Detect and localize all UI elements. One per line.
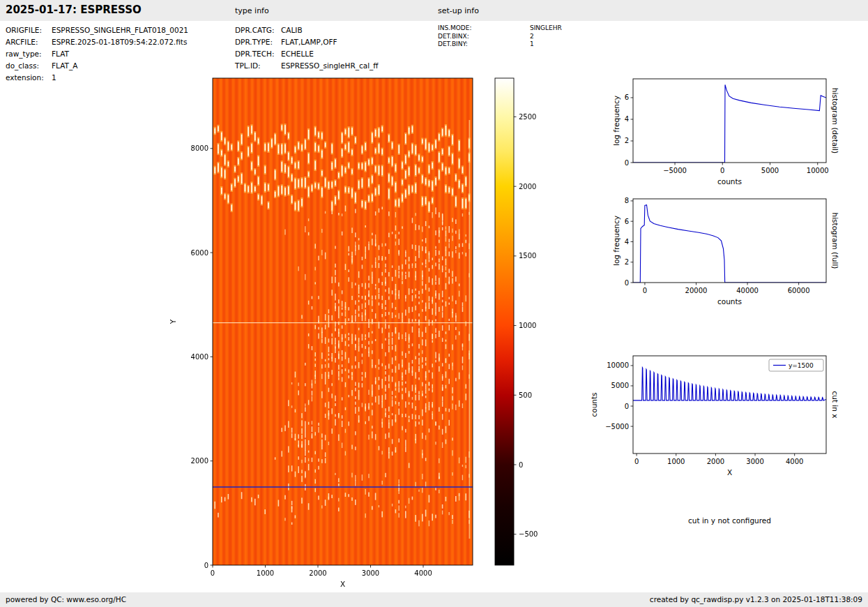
y-tick-label: 2000	[191, 457, 208, 465]
y-tick-label: 0	[625, 159, 629, 167]
type-info-row: DPR.CATG: CALIB	[235, 26, 379, 35]
info-label: ORIGFILE:	[6, 26, 52, 35]
colorbar-tick-label: 1000	[519, 322, 536, 329]
x-tick-label: 40000	[736, 287, 759, 294]
page-title: 2025-01-17: ESPRESSO	[6, 3, 142, 16]
x-axis-label: counts	[717, 297, 742, 306]
y-tick-label: 8	[625, 197, 629, 204]
cut-in-x-plot: 01000200030004000−50000500010000Xcountsc…	[579, 347, 854, 484]
info-label: DPR.CATG:	[235, 26, 281, 35]
colorbar-tick-label: 500	[519, 391, 532, 399]
raw-image-plot: 0100020003000400002000400060008000XY	[160, 70, 537, 601]
info-label: raw_type:	[6, 50, 52, 59]
x-tick-label: 4000	[786, 458, 803, 465]
x-tick-label: 20000	[685, 287, 708, 294]
y-tick-label: 0	[625, 403, 629, 410]
x-tick-label: 2000	[309, 569, 326, 577]
raw-image-axes: 0100020003000400002000400060008000XY	[160, 70, 537, 601]
y-tick-label: 0	[625, 279, 629, 287]
info-label: extension:	[6, 73, 52, 82]
y-tick-label: −5000	[605, 423, 629, 430]
y-axis-label: counts	[590, 392, 598, 417]
setup-info-heading: set-up info	[438, 6, 479, 15]
right-axis-label: histogram (full)	[831, 213, 839, 269]
type-info-row: TPL.ID: ESPRESSO_singleHR_cal_ff	[235, 61, 379, 70]
x-tick-label: 0	[643, 287, 647, 294]
y-tick-label: 4	[625, 238, 629, 246]
footer-bar: powered by QC: www.eso.org/HC created by…	[0, 592, 868, 607]
legend-label: y=1500	[789, 362, 814, 369]
file-info-row: do_class: FLAT_A	[6, 61, 188, 70]
footer-created-by: created by qc_rawdisp.py v1.2.3 on 2025-…	[650, 595, 862, 604]
info-value: 2	[530, 33, 534, 40]
y-tick-label: 6	[625, 93, 629, 101]
x-axis-label: X	[727, 468, 732, 477]
info-label: DPR.TYPE:	[235, 38, 281, 47]
info-label: INS.MODE:	[438, 24, 530, 32]
histogram-full-svg: 020000400006000002468countslog frequency…	[593, 190, 854, 315]
x-tick-label: 4000	[414, 569, 432, 577]
info-value: FLAT,LAMP,OFF	[281, 38, 337, 47]
type-info-row: DPR.TECH: ECHELLE	[235, 50, 379, 59]
info-value: FLAT_A	[52, 61, 77, 70]
footer-powered-by: powered by QC: www.eso.org/HC	[6, 595, 126, 604]
y-tick-label: 0	[204, 562, 208, 569]
colorbar-tick-label: 2000	[519, 183, 536, 190]
x-tick-label: 3000	[746, 458, 763, 465]
y-tick-label: 10000	[607, 361, 629, 369]
histogram-full-plot: 020000400006000002468countslog frequency…	[593, 190, 854, 315]
y-tick-label: 2	[625, 258, 629, 266]
y-tick-label: 6	[625, 218, 629, 225]
info-value: ESPRESSO_singleHR_cal_ff	[281, 61, 379, 70]
y-tick-label: 8000	[191, 144, 208, 152]
info-value: 1	[52, 73, 56, 82]
plot-frame	[213, 78, 473, 565]
info-value: FLAT	[52, 50, 69, 59]
colorbar-tick-label: −500	[519, 530, 538, 538]
x-axis-label: X	[340, 580, 345, 588]
histogram-detail-svg: −500005000100000246countslog frequencyhi…	[593, 70, 854, 195]
colorbar-tick-label: 1500	[519, 252, 536, 260]
setup-info-row: DET.BINY: 1	[438, 40, 562, 48]
x-tick-label: 10000	[807, 167, 829, 174]
x-tick-label: 0	[634, 458, 639, 465]
y-axis-label: log frequency	[612, 96, 620, 146]
setup-info-row: INS.MODE: SINGLEHR	[438, 24, 562, 32]
info-value: 1	[530, 40, 534, 48]
info-label: ARCFILE:	[6, 38, 52, 47]
colorbar: −50005001000150020002500	[488, 70, 572, 601]
setup-info-block: INS.MODE: SINGLEHR DET.BINX: 2 DET.BINY:…	[438, 24, 562, 49]
x-tick-label: 5000	[761, 167, 779, 174]
colorbar-tick-label: 2500	[519, 113, 536, 121]
info-value: SINGLEHR	[530, 24, 562, 32]
type-info-heading: type info	[235, 6, 269, 15]
y-axis-label: Y	[169, 319, 177, 324]
x-tick-label: 60000	[788, 287, 810, 294]
x-tick-label: 3000	[362, 569, 379, 577]
y-axis-label: log frequency	[612, 216, 620, 266]
right-axis-label: cut in x	[831, 391, 839, 418]
info-value: ECHELLE	[281, 50, 314, 59]
y-tick-label: 4	[625, 115, 629, 123]
cut-in-x-svg: 01000200030004000−50000500010000Xcountsc…	[579, 347, 854, 484]
info-label: TPL.ID:	[235, 61, 281, 70]
x-axis-label: counts	[717, 177, 742, 186]
info-value: ESPRESSO_SINGLEHR_FLAT018_0021	[52, 26, 188, 35]
y-tick-label: 2	[625, 137, 629, 144]
histogram-detail-plot: −500005000100000246countslog frequencyhi…	[593, 70, 854, 195]
file-info-row: ARCFILE: ESPRE.2025-01-18T09:54:22.072.f…	[6, 38, 188, 47]
x-tick-label: −5000	[663, 167, 687, 174]
setup-info-row: DET.BINX: 2	[438, 33, 562, 40]
x-tick-label: 0	[720, 167, 724, 174]
y-tick-label: 6000	[191, 249, 208, 257]
cut-in-y-note: cut in y not configured	[641, 516, 818, 525]
y-tick-label: 5000	[611, 382, 629, 389]
colorbar-tick-label: 0	[519, 461, 523, 469]
info-label: DET.BINX:	[438, 33, 530, 40]
type-info-block: DPR.CATG: CALIB DPR.TYPE: FLAT,LAMP,OFF …	[235, 26, 379, 73]
info-label: do_class:	[6, 61, 52, 70]
colorbar-gradient	[495, 78, 514, 565]
colorbar-svg: −50005001000150020002500	[488, 70, 572, 601]
header-bar: 2025-01-17: ESPRESSO type info set-up in…	[0, 0, 868, 21]
file-info-row: ORIGFILE: ESPRESSO_SINGLEHR_FLAT018_0021	[6, 26, 188, 35]
